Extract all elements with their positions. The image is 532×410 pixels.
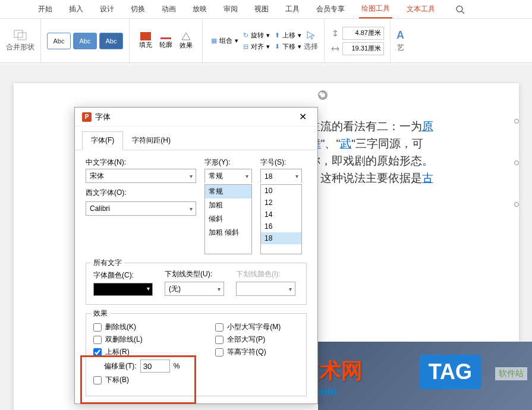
underline-color-label: 下划线颜色(I): [236, 269, 295, 279]
tab-spacing-panel[interactable]: 字符间距(H) [123, 131, 180, 150]
height-icon [330, 29, 340, 37]
style-option[interactable]: 倾斜 [205, 212, 251, 226]
tab-start[interactable]: 开始 [36, 1, 55, 18]
tab-text-tools[interactable]: 文本工具 [404, 1, 437, 18]
all-caps-checkbox[interactable]: 全部大写(P) [215, 335, 281, 345]
chinese-font-combo[interactable]: 宋体 [86, 169, 196, 183]
shape-style-1[interactable]: Abc [47, 33, 71, 49]
width-icon [330, 45, 340, 53]
svg-line-1 [462, 11, 464, 14]
tag-badge: TAG [419, 355, 481, 389]
app-logo-icon: P [82, 112, 92, 122]
tab-font-panel[interactable]: 字体(F) [82, 131, 123, 150]
shape-style-3[interactable]: Abc [99, 33, 123, 49]
small-caps-checkbox[interactable]: 小型大写字母(M) [215, 322, 281, 332]
shape-styles: Abc Abc Abc [47, 33, 123, 49]
underline-type-combo[interactable]: (无) [165, 282, 224, 296]
select-icon [306, 30, 316, 40]
underline-color-combo [236, 282, 295, 296]
font-dialog: P 字体 ✕ 字体(F) 字符间距(H) 中文字体(N): 宋体 西文字体(O)… [74, 107, 318, 404]
tab-tools[interactable]: 工具 [283, 1, 302, 18]
superscript-checkbox[interactable]: 上标(R) [93, 347, 180, 357]
align-button[interactable]: ⊟对齐▾ [243, 42, 270, 51]
merge-shapes-label: 合并形状 [6, 42, 34, 52]
selection-handle[interactable] [514, 202, 519, 207]
link-gu[interactable]: 古 [422, 172, 433, 184]
tab-animation[interactable]: 动画 [159, 1, 178, 18]
height-input[interactable] [342, 27, 384, 40]
tab-present[interactable]: 放映 [190, 1, 209, 18]
size-option[interactable]: 14 [261, 209, 301, 220]
style-input[interactable]: 常规 [204, 169, 252, 183]
size-option[interactable]: 10 [261, 185, 301, 197]
style-listbox[interactable]: 常规 加粗 倾斜 加粗 倾斜 [204, 184, 252, 254]
merge-shapes-button[interactable]: 合并形状 [6, 29, 34, 52]
chinese-font-label: 中文字体(N): [86, 157, 196, 168]
offset-input[interactable] [140, 359, 170, 373]
size-option[interactable]: 16 [261, 220, 301, 232]
selection-handle[interactable] [514, 119, 519, 124]
tab-drawing-tools[interactable]: 绘图工具 [359, 0, 392, 18]
size-inputs [330, 27, 384, 55]
refresh-icon[interactable] [317, 89, 329, 101]
group-icon: ▦ [211, 37, 217, 45]
close-button[interactable]: ✕ [295, 111, 310, 122]
dialog-tabs: 字体(F) 字符间距(H) [75, 127, 317, 150]
style-option[interactable]: 加粗 倾斜 [205, 226, 251, 239]
svg-marker-4 [182, 33, 190, 40]
size-option[interactable]: 12 [261, 197, 301, 209]
link-yuan[interactable]: 原 [422, 120, 433, 133]
subscript-checkbox[interactable]: 下标(B) [93, 375, 180, 385]
outline-swatch-icon [160, 37, 171, 39]
western-font-label: 西文字体(O): [86, 188, 196, 198]
align-icon: ⊟ [243, 43, 248, 51]
selection-handle[interactable] [514, 160, 519, 165]
link-wu3[interactable]: 武 [340, 137, 351, 150]
style-label: 字形(Y): [204, 157, 252, 168]
size-option[interactable]: 18 [261, 232, 301, 244]
select-button[interactable]: 选择 [304, 30, 318, 52]
double-strike-checkbox[interactable]: 双删除线(L) [93, 335, 180, 345]
dialog-titlebar[interactable]: P 字体 ✕ [75, 108, 317, 127]
fill-button[interactable]: 填充 [139, 32, 152, 49]
effect-button[interactable]: 效果 [180, 31, 193, 50]
fill-label: 填充 [139, 40, 152, 49]
dialog-body: 中文字体(N): 宋体 西文字体(O): Calibri 字形(Y): 常规 常… [75, 150, 317, 403]
art-text-button[interactable]: A 艺 [396, 29, 404, 53]
width-input[interactable] [342, 42, 384, 55]
all-text-legend: 所有文字 [91, 258, 124, 268]
underline-type-label: 下划线类型(U): [165, 269, 224, 279]
effects-fieldset: 效果 删除线(K) 双删除线(L) 上标(R) 偏移量(T): % 下标(B) … [86, 313, 307, 396]
rotate-button[interactable]: ↻旋转▾ [243, 31, 270, 40]
size-input[interactable]: 18 [260, 169, 302, 183]
toolbar: 合并形状 Abc Abc Abc 填充 轮廓 效果 ▦组合▾ ↻旋转▾ ⊟对齐▾ [0, 19, 532, 63]
fill-swatch-icon [140, 32, 151, 40]
move-down-button[interactable]: ⬇下移▾ [275, 42, 301, 51]
tab-vip[interactable]: 会员专享 [314, 1, 347, 18]
tab-transition[interactable]: 切换 [128, 1, 147, 18]
font-color-picker[interactable] [93, 283, 153, 296]
search-icon[interactable] [455, 5, 465, 14]
western-font-combo[interactable]: Calibri [86, 201, 196, 216]
offset-label: 偏移量(T): [104, 361, 137, 371]
effect-label: 效果 [180, 41, 193, 50]
shape-style-2[interactable]: Abc [73, 33, 97, 49]
style-option[interactable]: 加粗 [205, 198, 251, 212]
size-listbox[interactable]: 10 12 14 16 18 [260, 184, 302, 254]
style-option[interactable]: 常规 [205, 185, 251, 198]
group-button[interactable]: ▦组合▾ [211, 36, 238, 45]
move-up-button[interactable]: ⬆上移▾ [275, 31, 301, 40]
svg-point-0 [457, 6, 462, 12]
outline-label: 轮廓 [159, 40, 172, 49]
rotate-icon: ↻ [243, 31, 248, 39]
equal-height-checkbox[interactable]: 等高字符(Q) [215, 347, 281, 357]
effects-legend: 效果 [91, 308, 110, 318]
svg-rect-3 [18, 33, 26, 40]
outline-button[interactable]: 轮廓 [159, 32, 172, 49]
tab-insert[interactable]: 插入 [67, 1, 86, 18]
strikethrough-checkbox[interactable]: 删除线(K) [93, 322, 180, 332]
tab-view[interactable]: 视图 [252, 1, 271, 18]
tab-design[interactable]: 设计 [97, 1, 117, 18]
tab-review[interactable]: 审阅 [221, 1, 240, 18]
dialog-title-text: 字体 [95, 112, 111, 122]
